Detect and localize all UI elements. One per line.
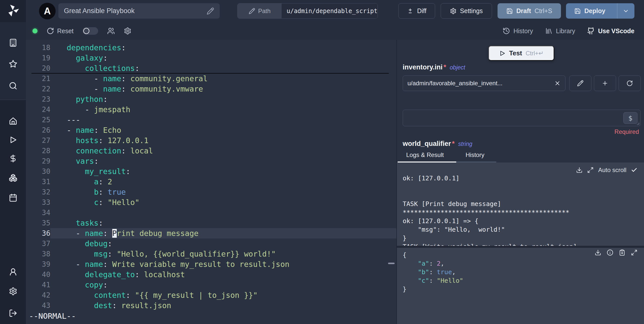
editor-line[interactable]: 30 my_result: bbox=[26, 166, 396, 177]
result-info-button[interactable] bbox=[607, 249, 613, 256]
search-icon[interactable] bbox=[9, 82, 17, 90]
editor-line[interactable]: 42 content: "{{ my_result | to_json }}" bbox=[26, 290, 396, 300]
editor-scrollbar-marker[interactable] bbox=[388, 263, 395, 264]
refresh-icon bbox=[626, 80, 633, 87]
edit-resource-button[interactable] bbox=[569, 75, 591, 91]
sidebar-item-favorites[interactable] bbox=[9, 60, 17, 68]
refresh-resource-button[interactable] bbox=[619, 75, 641, 91]
editor-line[interactable]: 20 collections: bbox=[26, 63, 396, 73]
editor-line[interactable]: 41 copy: bbox=[26, 280, 396, 290]
collaborators-button[interactable] bbox=[107, 27, 115, 35]
sidebar-item-home[interactable] bbox=[9, 117, 17, 125]
editor-line[interactable]: 19 galaxy: bbox=[26, 53, 396, 63]
field-type: object bbox=[450, 64, 465, 71]
download-icon bbox=[595, 249, 601, 256]
sidebar-item-runs[interactable] bbox=[9, 136, 17, 144]
result-toolbar bbox=[595, 249, 637, 256]
use-vscode-button[interactable]: Use VScode bbox=[587, 27, 634, 35]
sidebar-item-account[interactable] bbox=[9, 268, 17, 276]
clear-resource-button[interactable] bbox=[554, 80, 561, 87]
log-result-divider[interactable] bbox=[397, 246, 644, 248]
expand-logs-button[interactable] bbox=[587, 167, 594, 173]
sidebar-item-variables[interactable] bbox=[9, 154, 17, 163]
editor-settings-button[interactable] bbox=[124, 27, 131, 35]
copy-result-button[interactable] bbox=[619, 249, 625, 256]
editor-line[interactable]: 22 - name: community.vmware bbox=[26, 84, 396, 94]
library-button[interactable]: Library bbox=[545, 27, 575, 35]
editor-line[interactable]: 27 hosts: 127.0.0.1 bbox=[26, 135, 396, 146]
sidebar-item-resources[interactable] bbox=[9, 174, 17, 182]
deploy-options-button[interactable] bbox=[617, 3, 634, 19]
editor-line[interactable]: 40 delegate_to: localhost bbox=[26, 269, 396, 280]
editor-line[interactable]: 37 debug: bbox=[26, 238, 396, 249]
editor-line[interactable]: 34 bbox=[26, 208, 396, 218]
validation-error: Required bbox=[615, 128, 639, 135]
path-edit-button[interactable]: Path bbox=[238, 4, 282, 18]
result-json: { "a": 2, "b": true, "c": "Hello"} bbox=[403, 251, 463, 294]
script-title: Great Ansible Playbook bbox=[64, 7, 135, 15]
editor-line[interactable]: 43 dest: result.json bbox=[26, 300, 396, 311]
diff-mode-toggle[interactable] bbox=[83, 27, 98, 35]
script-title-input[interactable]: Great Ansible Playbook bbox=[58, 3, 220, 19]
windmill-logo-icon[interactable] bbox=[6, 4, 20, 18]
draft-shortcut: Ctrl+S bbox=[535, 7, 552, 15]
users-icon bbox=[107, 27, 115, 35]
code-editor[interactable]: 18dependencies:19 galaxy:20 collections:… bbox=[26, 40, 396, 324]
settings-button[interactable]: Settings bbox=[441, 3, 492, 19]
tab-logs-result[interactable]: Logs & Result bbox=[406, 151, 444, 158]
download-result-button[interactable] bbox=[595, 249, 601, 256]
logout-icon[interactable] bbox=[9, 309, 17, 317]
deploy-button[interactable]: Deploy bbox=[566, 3, 614, 19]
edit-title-pencil-icon[interactable] bbox=[207, 7, 214, 15]
sidebar-item-settings[interactable] bbox=[9, 287, 17, 296]
editor-scroll-shadow bbox=[31, 73, 389, 74]
editor-line[interactable]: 36 - name: Print debug message bbox=[26, 228, 396, 238]
editor-line[interactable]: 28 connection: local bbox=[26, 146, 396, 156]
field-name: world_qualifier bbox=[403, 140, 451, 148]
autoscroll-checkbox[interactable] bbox=[631, 167, 637, 173]
insert-variable-button[interactable]: $ bbox=[623, 112, 637, 124]
add-resource-button[interactable] bbox=[594, 75, 616, 91]
toggle-knob bbox=[83, 28, 89, 34]
ansible-language-avatar: A bbox=[39, 3, 56, 19]
editor-line[interactable]: 33 c: "Hello" bbox=[26, 197, 396, 208]
sidebar-item-workspace[interactable] bbox=[9, 38, 17, 47]
reset-button[interactable]: Reset bbox=[47, 27, 73, 35]
autoscroll-label: Auto scroll bbox=[598, 167, 626, 174]
editor-line[interactable]: 39 - name: Write variable my_result to r… bbox=[26, 259, 396, 269]
script-editor-app: A Great Ansible Playbook Path u/admin/de… bbox=[0, 0, 644, 324]
log-output[interactable]: ok: [127.0.0.1] TASK [Print debug messag… bbox=[397, 163, 644, 246]
editor-line[interactable]: 35 tasks: bbox=[26, 218, 396, 228]
world-qualifier-input[interactable]: $ bbox=[403, 110, 641, 126]
editor-line[interactable]: 24 - jmespath bbox=[26, 104, 396, 115]
draft-button[interactable]: Draft Ctrl+S bbox=[498, 3, 561, 19]
code-lines: 18dependencies:19 galaxy:20 collections:… bbox=[26, 43, 396, 321]
editor-line[interactable]: 38 msg: "Hello, {{world_qualifier}} worl… bbox=[26, 249, 396, 259]
required-asterisk: * bbox=[452, 140, 455, 148]
sidebar-item-schedules[interactable] bbox=[9, 193, 17, 202]
editor-line[interactable]: 25--- bbox=[26, 115, 396, 125]
test-button[interactable]: Test Ctrl+↵ bbox=[488, 46, 554, 61]
diff-button[interactable]: Diff bbox=[398, 3, 435, 19]
download-logs-button[interactable] bbox=[576, 167, 583, 173]
field-label-inventory: inventory.ini* object bbox=[403, 63, 465, 71]
tab-history[interactable]: History bbox=[466, 151, 484, 158]
editor-line[interactable]: 26- name: Echo bbox=[26, 125, 396, 135]
expand-result-button[interactable] bbox=[631, 249, 637, 256]
history-button[interactable]: History bbox=[503, 27, 533, 35]
editor-line[interactable]: 23 python: bbox=[26, 94, 396, 104]
chevron-down-icon bbox=[623, 8, 629, 14]
path-control[interactable]: Path u/admin/dependable_script bbox=[237, 3, 378, 19]
required-asterisk: * bbox=[444, 63, 446, 71]
field-label-world-qualifier: world_qualifier* string bbox=[403, 140, 472, 148]
reset-label: Reset bbox=[57, 27, 73, 35]
history-label: History bbox=[513, 27, 533, 35]
editor-line[interactable]: 29 vars: bbox=[26, 156, 396, 166]
editor-line[interactable]: 31 a: 2 bbox=[26, 177, 396, 187]
editor-line[interactable]: 44 bbox=[26, 311, 396, 321]
editor-line[interactable]: 18dependencies: bbox=[26, 43, 396, 53]
editor-line[interactable]: 32 b: true bbox=[26, 187, 396, 197]
path-value: u/admin/dependable_script bbox=[282, 4, 377, 18]
inventory-resource-input[interactable]: u/admin/favorable_ansible_invent... bbox=[403, 75, 565, 91]
editor-line[interactable]: 21 - name: community.general bbox=[26, 73, 396, 84]
